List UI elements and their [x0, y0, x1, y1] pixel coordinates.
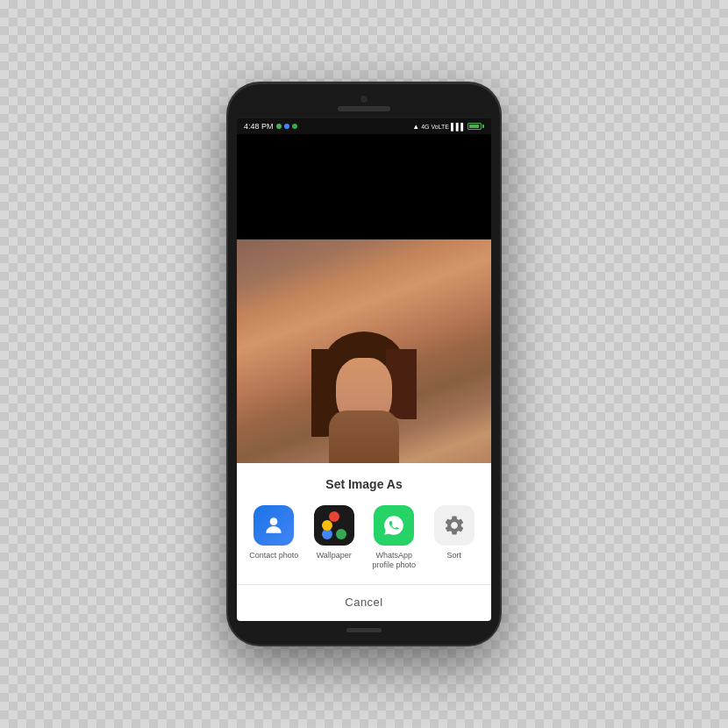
network-type: 4G VoLTE [421, 124, 449, 130]
whatsapp-svg [382, 514, 405, 537]
notification-dot-1 [276, 124, 282, 129]
notification-dot-3 [292, 124, 297, 129]
battery-icon [467, 123, 484, 130]
person-svg [262, 514, 285, 537]
gear-svg [443, 514, 466, 537]
option-whatsapp[interactable]: WhatsApp profile photo [368, 505, 420, 570]
whatsapp-label: WhatsApp profile photo [368, 551, 420, 570]
photo-subject [311, 332, 417, 463]
petal-yellow [322, 520, 332, 531]
status-time: 4:48 PM [244, 122, 274, 131]
signal-icon: ▲ [412, 123, 419, 131]
status-right: ▲ 4G VoLTE ▌▌▌ [412, 123, 484, 131]
contact-photo-label: Contact photo [249, 551, 298, 560]
image-photo [237, 239, 491, 463]
option-sort[interactable]: Sort [428, 505, 481, 570]
wallpaper-label: Wallpaper [317, 551, 352, 560]
option-wallpaper[interactable]: Wallpaper [308, 505, 360, 570]
sort-label: Sort [446, 551, 461, 560]
bottom-sheet: Set Image As Contact photo [237, 463, 491, 621]
phone-speaker [338, 106, 390, 111]
sort-icon [434, 505, 475, 546]
wallpaper-icon [314, 505, 354, 546]
phone-device: 4:48 PM ▲ 4G VoLTE ▌▌▌ [228, 83, 500, 645]
status-bar: 4:48 PM ▲ 4G VoLTE ▌▌▌ [237, 118, 491, 134]
body [329, 410, 399, 463]
app-options-row: Contact photo Wallpaper [237, 505, 491, 570]
photos-pinwheel [322, 513, 346, 538]
petal-red [329, 511, 339, 522]
signal-bars: ▌▌▌ [451, 123, 466, 131]
status-left: 4:48 PM [244, 122, 297, 131]
notification-dot-2 [284, 124, 289, 129]
home-bar [346, 628, 382, 632]
image-area [237, 134, 491, 463]
cancel-button[interactable]: Cancel [345, 596, 382, 609]
cancel-area[interactable]: Cancel [237, 584, 491, 618]
petal-green [336, 529, 346, 539]
whatsapp-icon [374, 505, 414, 546]
contact-photo-icon [253, 505, 294, 546]
svg-point-0 [270, 517, 278, 525]
phone-camera [360, 96, 368, 103]
option-contact-photo[interactable]: Contact photo [247, 505, 300, 570]
dialog-title: Set Image As [237, 477, 491, 491]
phone-screen: 4:48 PM ▲ 4G VoLTE ▌▌▌ [237, 118, 491, 621]
